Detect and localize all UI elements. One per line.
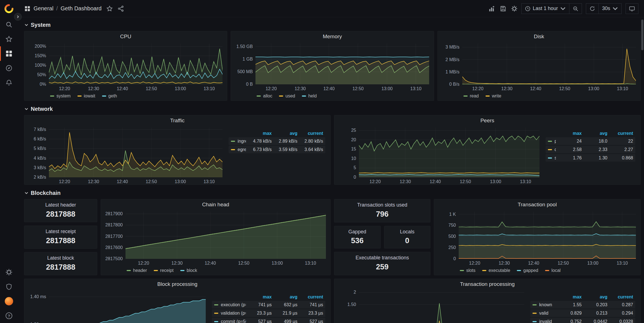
x-tick: 12:20 [138, 261, 149, 266]
legend-table-row[interactable]: commit (p=50)527 µs499 µs527 µs [212, 318, 325, 323]
panel-title[interactable]: Transaction slots used [357, 202, 407, 208]
panel-title[interactable]: Block processing [24, 279, 330, 289]
section-blockchain[interactable]: Blockchain [25, 190, 641, 196]
panel-title[interactable]: Memory [231, 31, 434, 42]
y-tick: 1.50 [347, 302, 356, 307]
sidebar-item-configuration[interactable] [0, 265, 18, 279]
save-dashboard-button[interactable] [500, 6, 506, 12]
chain-head-chart[interactable] [126, 212, 326, 259]
legend-item[interactable]: system [50, 94, 71, 99]
legend-item[interactable]: read [463, 94, 479, 99]
refresh-button[interactable] [586, 3, 599, 14]
help-icon: ? [6, 312, 12, 319]
legend-table-row[interactable]: validation (p=50)23.3 µs21.9 µs23.3 µs [212, 309, 325, 317]
cycle-view-button[interactable] [626, 3, 638, 14]
legend-item[interactable]: slots [460, 268, 475, 273]
apps-grid-icon[interactable] [25, 6, 30, 11]
star-dashboard-button[interactable] [106, 6, 113, 12]
legend-item[interactable]: executable [482, 268, 510, 273]
legend-table-row[interactable]: dials2.582.332.27 [546, 146, 635, 153]
cpu-chart[interactable] [49, 44, 222, 84]
y-tick: 0 [453, 256, 456, 261]
x-axis: 12:2012:3012:4012:5013:0013:10 [459, 259, 636, 266]
legend-table-row[interactable]: known1.550.2030.287 [530, 301, 635, 308]
panel-title[interactable]: Gapped [348, 229, 366, 235]
panel-title[interactable]: Traffic [24, 115, 330, 126]
legend-item[interactable]: held [302, 94, 317, 99]
y-tick: 2817500 [105, 256, 123, 261]
sidebar-item-alerting[interactable] [0, 75, 18, 90]
legend-item[interactable]: geth [102, 94, 117, 99]
x-tick: 13:00 [490, 179, 501, 184]
legend-item[interactable]: used [279, 94, 295, 99]
panel-title[interactable]: Disk [438, 31, 640, 42]
panel-title[interactable]: Peers [334, 115, 640, 126]
page-title[interactable]: Geth Dashboard [61, 5, 102, 12]
breadcrumb-folder[interactable]: General [34, 5, 53, 12]
section-system[interactable]: System [25, 22, 641, 28]
sidebar-item-server-admin[interactable] [0, 279, 18, 294]
legend-table: maxavgcurrentingress4.78 kB/s2.89 kB/s2.… [227, 126, 330, 185]
panel-title[interactable]: CPU [24, 31, 227, 42]
legend-item[interactable]: alloc [257, 94, 272, 99]
sidebar-item-starred[interactable] [0, 32, 18, 46]
compass-icon [6, 65, 12, 71]
sidebar-item-dashboards[interactable] [0, 46, 18, 61]
panel-title[interactable]: Latest receipt [46, 229, 76, 235]
zoom-out-button[interactable] [569, 3, 582, 14]
x-tick: 13:10 [203, 86, 215, 91]
transaction-processing-chart[interactable] [359, 291, 524, 323]
legend: allocusedheld [231, 92, 434, 101]
refresh-interval-select[interactable]: 30s [598, 3, 622, 14]
legend-table-row[interactable]: ingress4.78 kB/s2.89 kB/s2.80 kB/s [229, 137, 325, 145]
block-processing-chart[interactable] [49, 291, 206, 323]
panel-title[interactable]: Locals [400, 229, 415, 235]
sidebar-item-help[interactable]: ? [0, 308, 18, 323]
panel-title[interactable]: Transaction pool [434, 199, 640, 210]
legend-table: maxavgcurrentexecution (p=50)741 µs632 µ… [210, 289, 330, 323]
dashboard-settings-button[interactable] [511, 6, 517, 12]
legend-table-header: maxavgcurrent [546, 130, 635, 137]
share-dashboard-button[interactable] [118, 6, 124, 12]
legend-item[interactable]: write [486, 94, 501, 99]
time-range-picker[interactable]: Last 1 hour [521, 3, 569, 14]
disk-chart[interactable] [462, 44, 636, 84]
legend-table-row[interactable]: execution (p=50)741 µs632 µs741 µs [212, 301, 325, 308]
legend-item[interactable]: header [127, 268, 147, 273]
section-network[interactable]: Network [25, 106, 641, 112]
traffic-chart[interactable] [49, 128, 222, 177]
y-tick: 5 kB/s [34, 146, 46, 151]
legend-table-row[interactable]: serves1.761.300.868 [546, 154, 635, 162]
memory-chart[interactable] [255, 44, 429, 84]
chevron-down-icon [560, 6, 566, 11]
panel-title[interactable]: Chain head [101, 199, 330, 210]
legend-item[interactable]: gapped [517, 268, 538, 273]
legend-item[interactable]: block [180, 268, 197, 273]
y-tick: 0 B/s [449, 82, 459, 87]
legend-item[interactable]: receipt [154, 268, 174, 273]
panel-executable-transactions: Executable transactions 259 [334, 252, 430, 275]
transaction-pool-chart[interactable] [459, 212, 636, 259]
panel-title[interactable]: Executable transactions [356, 255, 409, 261]
panel-title[interactable]: Transaction processing [334, 279, 640, 289]
legend-table-row[interactable]: egress6.73 kB/s3.59 kB/s3.64 kB/s [229, 146, 325, 153]
scrollbar-thumb[interactable] [641, 20, 643, 50]
legend-table-row[interactable]: valid0.8290.2130.294 [530, 309, 635, 317]
panel-title[interactable]: Latest block [47, 255, 74, 261]
panel-title[interactable]: Latest header [45, 202, 76, 208]
x-tick: 12:40 [205, 261, 216, 266]
peers-chart[interactable] [359, 128, 539, 177]
legend-item[interactable]: iowait [77, 94, 95, 99]
add-panel-button[interactable] [489, 6, 495, 12]
legend-table-row[interactable]: peers2418.022 [546, 137, 635, 145]
sidebar-item-explore[interactable] [0, 61, 18, 75]
x-tick: 13:10 [203, 179, 215, 184]
x-tick: 12:50 [352, 86, 364, 91]
legend-item[interactable]: local [545, 268, 561, 273]
legend-table-row[interactable]: invalid0.7520.04420.0328 [530, 318, 635, 323]
y-axis: 0 B500 MB1 GB1.50 GB [232, 44, 255, 84]
sidebar-item-profile[interactable] [0, 294, 18, 308]
section-label: Blockchain [31, 190, 61, 196]
sidebar-expand-button[interactable] [14, 13, 22, 21]
x-tick: 12:40 [323, 86, 335, 91]
